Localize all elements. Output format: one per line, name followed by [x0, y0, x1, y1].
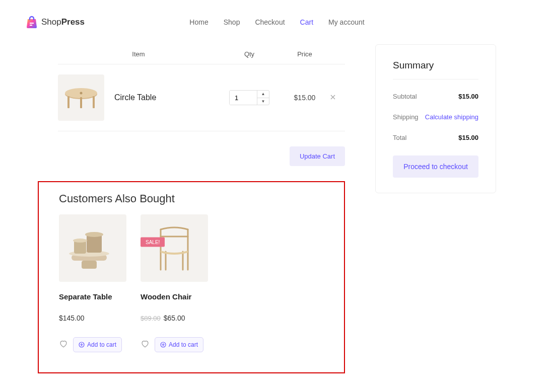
total-label: Total — [393, 134, 406, 141]
svg-rect-4 — [93, 96, 95, 108]
main-nav: Home Shop Checkout Cart My account — [189, 18, 364, 26]
wooden-chair-icon — [141, 214, 208, 282]
remove-item-button[interactable] — [330, 93, 345, 102]
separate-table-icon — [59, 214, 126, 282]
shop-bag-icon — [25, 15, 38, 29]
logo-text: ShopPress — [41, 17, 85, 27]
nav-shop[interactable]: Shop — [224, 18, 240, 26]
wishlist-button[interactable] — [59, 339, 68, 350]
plus-circle-icon — [79, 342, 85, 348]
logo[interactable]: ShopPress — [25, 15, 85, 29]
total-value: $15.00 — [458, 134, 478, 141]
subtotal-value: $15.00 — [458, 93, 478, 100]
product-card: Separate Table $145.00 — [59, 214, 126, 352]
cross-sell-section: Customers Also Bought — [38, 181, 345, 373]
calculate-shipping-link[interactable]: Calculate shipping — [425, 113, 478, 121]
cross-sell-title: Customers Also Bought — [59, 192, 324, 205]
col-qty-label: Qty — [219, 50, 280, 58]
product-price: $145.00 — [59, 314, 126, 322]
nav-account[interactable]: My account — [328, 18, 365, 26]
circle-table-icon — [58, 75, 104, 120]
col-item-label: Item — [58, 50, 219, 58]
add-to-cart-button[interactable]: Add to cart — [73, 337, 122, 352]
subtotal-label: Subtotal — [393, 93, 417, 100]
heart-icon — [59, 339, 68, 348]
nav-home[interactable]: Home — [189, 18, 208, 26]
svg-rect-9 — [87, 234, 102, 253]
plus-circle-icon — [160, 342, 166, 348]
svg-point-10 — [85, 232, 103, 237]
header: ShopPress Home Shop Checkout Cart My acc… — [0, 0, 554, 44]
svg-point-12 — [73, 239, 87, 243]
svg-rect-7 — [82, 261, 97, 269]
cart-row: Circle Table ▲ ▼ $15.00 — [58, 64, 345, 131]
summary-box: Summary Subtotal $15.00 Shipping Calcula… — [375, 44, 496, 193]
product-card: SALE! — [141, 214, 208, 352]
product-thumbnail[interactable] — [58, 74, 104, 121]
qty-up-button[interactable]: ▲ — [257, 91, 269, 98]
cart-item-name[interactable]: Circle Table — [114, 93, 219, 102]
add-to-cart-button[interactable]: Add to cart — [155, 337, 203, 352]
close-icon — [330, 94, 336, 100]
update-cart-button[interactable]: Update Cart — [290, 146, 345, 166]
shipping-label: Shipping — [393, 113, 419, 121]
product-image[interactable] — [59, 214, 126, 282]
heart-icon — [141, 339, 150, 348]
nav-cart[interactable]: Cart — [300, 18, 313, 26]
cart-header-row: Item Qty Price — [58, 44, 345, 64]
proceed-to-checkout-button[interactable]: Proceed to checkout — [393, 155, 478, 178]
nav-checkout[interactable]: Checkout — [255, 18, 285, 26]
cart-item-price: $15.00 — [280, 94, 330, 102]
qty-down-button[interactable]: ▼ — [257, 98, 269, 105]
product-name[interactable]: Wooden Chair — [141, 292, 208, 302]
summary-title: Summary — [393, 60, 478, 80]
svg-rect-5 — [80, 97, 82, 108]
wishlist-button[interactable] — [141, 339, 150, 350]
product-price: $89.00$65.00 — [141, 314, 208, 322]
svg-point-2 — [80, 92, 83, 95]
sale-badge: SALE! — [141, 238, 165, 247]
svg-rect-3 — [67, 96, 70, 108]
quantity-stepper: ▲ ▼ — [229, 90, 269, 105]
product-image[interactable]: SALE! — [141, 214, 208, 282]
quantity-input[interactable] — [230, 91, 257, 105]
product-name[interactable]: Separate Table — [59, 292, 126, 302]
col-price-label: Price — [280, 50, 330, 58]
